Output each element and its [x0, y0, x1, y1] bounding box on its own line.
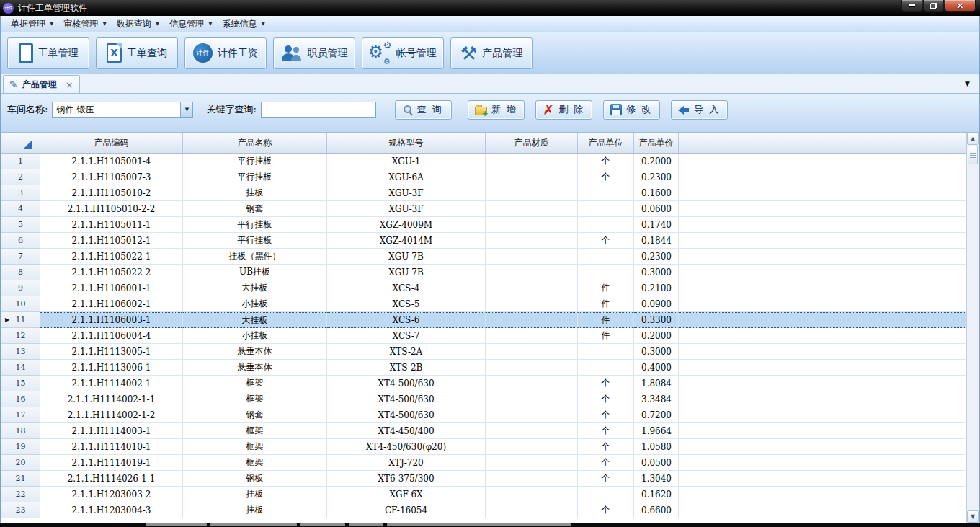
table-row[interactable]: ▶112.1.1.H1106003-1大挂板XCS-6件0.3300 — [1, 312, 966, 328]
cell-mat[interactable] — [486, 423, 578, 439]
modify-button[interactable]: 修 改 — [603, 100, 660, 120]
cell-code[interactable]: 2.1.1.H1105001-4 — [40, 154, 183, 169]
cell-name[interactable]: 钢套 — [183, 407, 327, 423]
cell-unit[interactable]: 件 — [578, 328, 634, 344]
table-row[interactable]: 142.1.1.H1113006-1悬垂本体XTS-2B0.4000 — [1, 360, 966, 376]
cell-code[interactable]: 2.1.1.H1203004-3 — [40, 502, 183, 518]
cell-name[interactable]: 平行挂板 — [183, 154, 327, 169]
table-row[interactable]: 52.1.1.H1105011-1平行挂板XGZ-4009M0.1740 — [1, 217, 966, 233]
row-number[interactable]: 4 — [1, 201, 40, 217]
cell-code[interactable]: 2.1.1.H1105011-1 — [40, 217, 183, 233]
cell-spec[interactable]: XTS-2B — [327, 360, 486, 376]
cell-spec[interactable]: XGF-6X — [327, 487, 486, 502]
staff-manage-button[interactable]: 职员管理 — [273, 37, 355, 69]
row-number[interactable]: 1 — [1, 154, 40, 169]
cell-mat[interactable] — [486, 217, 578, 233]
cell-mat[interactable] — [486, 360, 578, 376]
cell-spec[interactable]: XGU-1 — [327, 154, 486, 169]
table-row[interactable]: 12.1.1.H1105001-4平行挂板XGU-1个0.2000 — [1, 154, 966, 169]
cell-mat[interactable] — [486, 296, 578, 312]
cell-code[interactable]: 2.1.1.H1106001-1 — [40, 280, 183, 296]
menu-item-info[interactable]: 信息管理▼ — [164, 16, 217, 32]
cell-mat[interactable] — [486, 280, 578, 296]
row-number[interactable]: 13 — [1, 344, 40, 360]
cell-mat[interactable] — [486, 185, 578, 201]
cell-mat[interactable] — [486, 376, 578, 391]
cell-price[interactable]: 0.2100 — [634, 280, 679, 296]
vertical-scrollbar[interactable]: ▲ ▼ — [966, 133, 979, 523]
cell-name[interactable]: UB挂板 — [183, 265, 327, 280]
row-number[interactable]: 10 — [1, 296, 40, 312]
cell-unit[interactable]: 个 — [578, 439, 634, 455]
table-row[interactable]: 32.1.1.H1105010-2挂板XGU-3F0.1600 — [1, 185, 966, 201]
cell-spec[interactable]: XGU-3F — [327, 201, 486, 217]
cell-mat[interactable] — [486, 154, 578, 169]
cell-mat[interactable] — [486, 407, 578, 423]
cell-price[interactable]: 0.3000 — [634, 265, 679, 280]
column-header-spec[interactable]: 规格型号 — [327, 133, 486, 153]
cell-spec[interactable]: XCS-4 — [327, 280, 486, 296]
cell-price[interactable]: 0.1600 — [634, 185, 679, 201]
cell-price[interactable]: 0.2000 — [634, 154, 679, 169]
cell-unit[interactable]: 个 — [578, 407, 634, 423]
cell-code[interactable]: 2.1.1.H1106003-1 — [40, 312, 183, 328]
workorder-manage-button[interactable]: 工单管理 — [7, 37, 89, 69]
cell-name[interactable]: 挂板 — [183, 487, 327, 502]
column-header-material[interactable]: 产品材质 — [486, 133, 578, 153]
table-row[interactable]: 72.1.1.H1105022-1挂板（黑件）XGU-7B0.2300 — [1, 249, 966, 265]
cell-code[interactable]: 2.1.1.H1105022-1 — [40, 249, 183, 265]
table-row[interactable]: 202.1.1.H1114019-1框架XTJ-720个0.0500 — [1, 455, 966, 471]
table-row[interactable]: 122.1.1.H1106004-4小挂板XCS-7件0.2000 — [1, 328, 966, 344]
cell-price[interactable]: 1.0580 — [634, 439, 679, 455]
cell-unit[interactable]: 个 — [578, 169, 634, 185]
cell-unit[interactable]: 个 — [578, 471, 634, 487]
cell-price[interactable]: 0.0600 — [634, 201, 679, 217]
cell-price[interactable]: 1.3040 — [634, 471, 679, 487]
cell-spec[interactable]: XCS-7 — [327, 328, 486, 344]
cell-spec[interactable]: XGU-7B — [327, 265, 486, 280]
cell-name[interactable]: 小挂板 — [183, 328, 327, 344]
cell-price[interactable]: 0.0500 — [634, 455, 679, 471]
scrollbar-track[interactable] — [967, 165, 979, 510]
cell-price[interactable]: 0.0900 — [634, 296, 679, 312]
menu-item-system[interactable]: 系统信息▼ — [218, 16, 270, 32]
table-row[interactable]: 192.1.1.H1114010-1框架XT4-450/630(φ20)个1.0… — [1, 439, 966, 455]
cell-unit[interactable]: 个 — [578, 391, 634, 407]
cell-unit[interactable] — [578, 344, 634, 360]
row-number[interactable]: 8 — [1, 265, 40, 280]
cell-spec[interactable]: XT4-450/400 — [327, 423, 486, 439]
cell-price[interactable]: 0.7200 — [634, 407, 679, 423]
cell-name[interactable]: 挂板 — [183, 502, 327, 518]
cell-spec[interactable]: XCS-6 — [327, 312, 486, 328]
table-row[interactable]: 62.1.1.H1105012-1平行挂板XGZ-4014M个0.1844 — [1, 233, 966, 249]
table-row[interactable]: 82.1.1.H1105022-2UB挂板XGU-7B0.3000 — [1, 265, 966, 280]
cell-name[interactable]: 悬垂本体 — [183, 344, 327, 360]
table-row[interactable]: 212.1.1.H1114026-1-1钢板XT6-375/300个1.3040 — [1, 471, 966, 487]
cell-code[interactable]: 2.1.1.H1106002-1 — [40, 296, 183, 312]
cell-unit[interactable]: 件 — [578, 280, 634, 296]
cell-price[interactable]: 1.8084 — [634, 376, 679, 391]
cell-code[interactable]: 2.1.1.H1106004-4 — [40, 328, 183, 344]
workorder-query-button[interactable]: X 工单查询 — [96, 37, 178, 69]
cell-spec[interactable]: XT4-450/630(φ20) — [327, 439, 486, 455]
cell-code[interactable]: 2.1.1.H1105010-2-2 — [40, 201, 183, 217]
cell-name[interactable]: 挂板 — [183, 185, 327, 201]
tab-close-icon[interactable]: × — [66, 79, 74, 90]
keyword-input[interactable] — [261, 102, 376, 118]
cell-spec[interactable]: XGU-7B — [327, 249, 486, 265]
cell-code[interactable]: 2.1.1.H1105022-2 — [40, 265, 183, 280]
product-manage-button[interactable]: ⚒ 产品管理 — [450, 37, 533, 69]
cell-unit[interactable]: 个 — [578, 455, 634, 471]
cell-code[interactable]: 2.1.1.H1114010-1 — [40, 439, 183, 455]
row-number[interactable]: 22 — [1, 487, 40, 502]
cell-mat[interactable] — [486, 249, 578, 265]
cell-mat[interactable] — [486, 487, 578, 502]
table-row[interactable]: 172.1.1.H1114002-1-2钢套XT4-500/630个0.7200 — [1, 407, 966, 423]
cell-mat[interactable] — [486, 391, 578, 407]
cell-code[interactable]: 2.1.1.H1114026-1-1 — [40, 471, 183, 487]
cell-price[interactable]: 0.3300 — [634, 312, 679, 328]
row-number[interactable]: 6 — [1, 233, 40, 249]
cell-unit[interactable]: 个 — [578, 154, 634, 169]
table-row[interactable]: 182.1.1.H1114003-1框架XT4-450/400个1.9664 — [1, 423, 966, 439]
piecework-wage-button[interactable]: 计件 计件工资 — [184, 37, 267, 69]
